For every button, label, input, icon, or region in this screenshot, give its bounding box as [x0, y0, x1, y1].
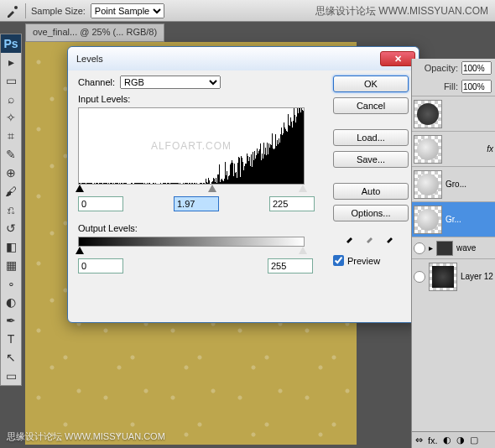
- layer-row[interactable]: fx: [412, 131, 495, 166]
- sample-size-label: Sample Size:: [31, 6, 86, 16]
- visibility-icon[interactable]: [414, 242, 425, 254]
- output-gradient: [78, 237, 305, 247]
- layer-row-selected[interactable]: Gr...: [412, 201, 495, 237]
- load-button[interactable]: Load...: [333, 129, 409, 146]
- save-button[interactable]: Save...: [333, 151, 409, 168]
- histogram-watermark: ALFOART.COM: [151, 140, 232, 152]
- black-point-slider[interactable]: [76, 185, 84, 192]
- input-levels-label: Input Levels:: [78, 94, 313, 104]
- shape-tool-icon[interactable]: ▭: [1, 367, 21, 385]
- ps-icon[interactable]: Ps: [1, 34, 21, 53]
- preview-checkbox[interactable]: [333, 255, 344, 266]
- layer-name: Gr...: [446, 215, 461, 224]
- output-white-field[interactable]: [268, 258, 313, 273]
- layers-panel-bottom: ⇔ fx. ◐ ◑ ▢: [412, 431, 495, 448]
- tools-palette: Ps ▸ ▭ ⌕ ✧ ⌗ ✎ ⊕ 🖌 ⎌ ↺ ◧ ▦ ∘ ◐ ✒ T ↖ ▭: [0, 34, 22, 386]
- input-white-field[interactable]: [269, 196, 315, 211]
- healing-tool-icon[interactable]: ⊕: [1, 164, 21, 182]
- eraser-tool-icon[interactable]: ◧: [1, 237, 21, 256]
- marquee-tool-icon[interactable]: ▭: [1, 71, 21, 90]
- output-black-field[interactable]: [78, 258, 123, 273]
- channel-select[interactable]: RGB: [120, 76, 221, 89]
- white-eyedropper-icon[interactable]: [385, 232, 397, 245]
- layer-row[interactable]: Layer 12: [412, 258, 495, 294]
- eyedropper-tool-icon[interactable]: ✎: [1, 145, 21, 164]
- preview-checkbox-row[interactable]: Preview: [333, 255, 409, 266]
- preview-label: Preview: [347, 256, 380, 266]
- watermark-top: 思缘设计论坛 WWW.MISSYUAN.COM: [315, 4, 488, 18]
- move-tool-icon[interactable]: ▸: [1, 53, 21, 71]
- document-tab[interactable]: ove_final... @ 25% (... RGB/8): [25, 23, 164, 42]
- output-levels-label: Output Levels:: [78, 223, 313, 233]
- layer-thumb: [414, 170, 442, 199]
- auto-button[interactable]: Auto: [333, 183, 409, 200]
- wand-tool-icon[interactable]: ✧: [1, 108, 21, 127]
- layer-name: Gro...: [446, 180, 466, 189]
- options-button[interactable]: Options...: [333, 205, 409, 221]
- folder-thumb: [436, 241, 453, 256]
- chevron-right-icon[interactable]: ▸: [429, 243, 433, 253]
- layers-panel: Opacity: Fill: fx Gro... Gr... ▸wave Lay…: [411, 59, 495, 448]
- fill-field[interactable]: [461, 80, 492, 93]
- gray-eyedropper-icon[interactable]: [365, 232, 377, 245]
- history-brush-icon[interactable]: ↺: [1, 219, 21, 237]
- visibility-icon[interactable]: [414, 271, 425, 283]
- layer-row[interactable]: [412, 96, 495, 131]
- eyedropper-icon: [5, 3, 20, 18]
- opacity-field[interactable]: [461, 61, 492, 75]
- levels-dialog: Levels ✕ Channel: RGB Input Levels: ALFO…: [67, 46, 419, 323]
- input-black-field[interactable]: [78, 196, 123, 211]
- close-button[interactable]: ✕: [380, 51, 415, 66]
- brush-tool-icon[interactable]: 🖌: [1, 182, 21, 201]
- dodge-tool-icon[interactable]: ◐: [1, 293, 21, 311]
- layer-row[interactable]: Gro...: [412, 166, 495, 201]
- layer-row[interactable]: ▸wave: [412, 237, 495, 258]
- blur-tool-icon[interactable]: ∘: [1, 274, 21, 293]
- path-tool-icon[interactable]: ↖: [1, 348, 21, 367]
- fx-icon[interactable]: fx.: [428, 435, 438, 445]
- layer-thumb: [414, 206, 442, 234]
- svg-point-0: [14, 6, 18, 9]
- output-white-slider[interactable]: [299, 247, 307, 254]
- gradient-tool-icon[interactable]: ▦: [1, 256, 21, 274]
- lasso-tool-icon[interactable]: ⌕: [1, 90, 21, 108]
- pen-tool-icon[interactable]: ✒: [1, 311, 21, 330]
- layer-thumb: [414, 135, 442, 164]
- output-black-slider[interactable]: [76, 247, 84, 254]
- input-sliders[interactable]: [78, 185, 305, 195]
- dialog-title: Levels: [76, 54, 380, 64]
- cancel-button[interactable]: Cancel: [333, 97, 409, 114]
- dialog-titlebar[interactable]: Levels ✕: [68, 47, 419, 70]
- sample-size-select[interactable]: Point Sample: [91, 3, 164, 18]
- options-bar: Sample Size: Point Sample 思缘设计论坛 WWW.MIS…: [0, 0, 495, 22]
- midtone-slider[interactable]: [208, 185, 216, 192]
- stamp-tool-icon[interactable]: ⎌: [1, 201, 21, 219]
- crop-tool-icon[interactable]: ⌗: [1, 127, 21, 145]
- layer-thumb: [414, 100, 442, 128]
- black-eyedropper-icon[interactable]: [345, 232, 357, 245]
- input-mid-field[interactable]: [174, 196, 219, 211]
- layer-thumb: [429, 263, 457, 291]
- histogram: ALFOART.COM: [78, 107, 305, 185]
- layer-name: wave: [456, 243, 476, 253]
- channel-label: Channel:: [78, 77, 115, 87]
- watermark-bottom: 思缘设计论坛 WWW.MISSYUAN.COM: [7, 430, 165, 443]
- opacity-label: Opacity:: [415, 63, 458, 73]
- layer-name: Layer 12: [461, 272, 493, 281]
- ok-button[interactable]: OK: [333, 76, 409, 92]
- link-icon[interactable]: ⇔: [415, 435, 423, 445]
- fill-label: Fill:: [415, 81, 458, 91]
- white-point-slider[interactable]: [299, 185, 307, 192]
- output-sliders[interactable]: [78, 247, 305, 257]
- mask-icon[interactable]: ◐: [443, 435, 451, 445]
- folder-icon[interactable]: ▢: [470, 435, 478, 445]
- type-tool-icon[interactable]: T: [1, 330, 21, 348]
- adjustment-icon[interactable]: ◑: [456, 435, 465, 445]
